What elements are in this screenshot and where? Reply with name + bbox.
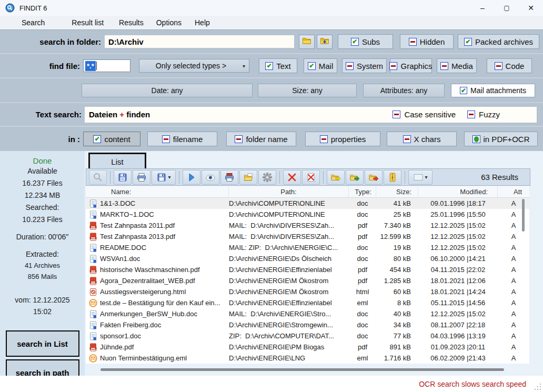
zip-button[interactable] bbox=[384, 170, 401, 185]
minimize-button[interactable]: – bbox=[470, 0, 495, 16]
toolbar-separator bbox=[110, 171, 110, 184]
stats-sidebar: Done Available 16.237 Files 12.234 MB Se… bbox=[0, 151, 85, 376]
search-status: Done bbox=[0, 156, 85, 165]
date-filter-button[interactable]: Date: any bbox=[82, 84, 253, 97]
file-path: D:\Archiv\ENERGIE\LNG bbox=[229, 354, 349, 362]
in-filename-checkbox[interactable]: ✔ filename bbox=[147, 132, 217, 146]
file-type: pdf bbox=[349, 266, 376, 274]
layout-dropdown-button[interactable]: ▾ bbox=[408, 170, 433, 185]
in-properties-label: properties bbox=[331, 135, 366, 144]
tab-list[interactable]: List bbox=[88, 153, 146, 169]
mail-attachments-checkbox[interactable]: ✔ Mail attachments bbox=[451, 84, 535, 97]
menu-results[interactable]: Results bbox=[118, 17, 145, 28]
delete-all-button[interactable] bbox=[302, 170, 320, 185]
file-name: README.DOC bbox=[100, 244, 146, 252]
type-graphics-checkbox[interactable]: ✔ Graphics bbox=[390, 58, 432, 73]
table-row[interactable]: Nuon Terminbestätigung.emlD:\Archiv\ENER… bbox=[86, 353, 529, 364]
export-green-button[interactable] bbox=[346, 170, 364, 185]
save-as-button[interactable]: ▾ bbox=[152, 170, 176, 185]
file-path: D:\Archiv\ENERGIE\Effinzienlabel bbox=[229, 266, 349, 274]
search-button[interactable] bbox=[89, 170, 107, 185]
vertical-scrollbar[interactable] bbox=[522, 199, 525, 232]
type-media-checkbox[interactable]: ✔ Media bbox=[437, 58, 477, 73]
save-button[interactable] bbox=[114, 170, 132, 185]
table-row[interactable]: Anmerkungen_BerSW_Hub.docMAIL: D:\Archiv… bbox=[86, 308, 529, 319]
export-yellow-button[interactable] bbox=[327, 170, 345, 185]
print-button[interactable] bbox=[133, 170, 150, 185]
table-row[interactable]: MARKTO~1.DOCD:\Archiv\COMPUTER\ONLINEdoc… bbox=[86, 209, 529, 220]
type-code-checkbox[interactable]: ✔ Code bbox=[487, 58, 532, 73]
run-button[interactable] bbox=[183, 170, 200, 185]
subs-checkbox[interactable]: ✔ Subs bbox=[338, 34, 393, 49]
table-row[interactable]: WSVAn1.docD:\Archiv\ENERGIE\Ds Ölscheich… bbox=[86, 253, 529, 264]
table-row[interactable]: test.de – Bestätigung für den Kauf ein..… bbox=[86, 297, 529, 308]
column-header-size[interactable]: Size: bbox=[376, 186, 418, 197]
search-folder-input[interactable] bbox=[104, 35, 295, 48]
file-type: pdf bbox=[349, 233, 376, 240]
search-in-label: in : bbox=[0, 135, 80, 144]
browse-folder-button[interactable] bbox=[299, 35, 315, 49]
toolbar-separator bbox=[279, 171, 280, 184]
table-header: Name: Path: Type: Size: Modified: Att bbox=[86, 186, 529, 198]
table-row[interactable]: 1&1-3.DOCD:\Archiv\COMPUTER\ONLINEdoc41 … bbox=[86, 198, 529, 209]
resize-grip[interactable] bbox=[535, 384, 541, 390]
table-row[interactable]: historische Waschmaschinen.pdfD:\Archiv\… bbox=[86, 264, 529, 275]
type-mail-checkbox[interactable]: ✔ Mail bbox=[304, 58, 337, 73]
delete-button[interactable] bbox=[283, 170, 301, 185]
in-x-chars-checkbox[interactable]: ✔ X chars bbox=[387, 132, 457, 146]
table-row[interactable]: README.DOCMAIL: ZIP: D:\Archiv\ENERGIE\C… bbox=[86, 242, 529, 253]
size-filter-button[interactable]: Size: any bbox=[258, 84, 357, 97]
settings-button[interactable] bbox=[258, 170, 276, 185]
packed-archives-checkbox[interactable]: ✔ Packed archives bbox=[458, 34, 539, 49]
add-folder-button[interactable] bbox=[317, 35, 333, 49]
menu-options[interactable]: Options bbox=[155, 17, 183, 28]
available-mb: 12.234 MB bbox=[0, 189, 85, 202]
print-export-button[interactable] bbox=[220, 170, 238, 185]
checkbox-icon: ✔ bbox=[346, 62, 354, 70]
file-modified: 06.10.2000 |14:21 bbox=[418, 255, 498, 263]
hidden-checkbox[interactable]: ✔ Hidden bbox=[400, 34, 454, 49]
type-system-checkbox[interactable]: ✔ System bbox=[342, 58, 387, 73]
menu-search[interactable]: Search bbox=[21, 17, 46, 28]
in-folder-name-checkbox[interactable]: ✔ folder name bbox=[226, 132, 296, 146]
checkbox-icon: ✔ bbox=[495, 62, 502, 70]
fuzzy-checkbox[interactable]: ✔ Fuzzy bbox=[467, 110, 500, 119]
column-header-path[interactable]: Path: bbox=[229, 186, 349, 197]
maximize-button[interactable]: ▢ bbox=[495, 0, 519, 16]
in-pdf-ocr-checkbox[interactable]: ✔ in PDF+OCR bbox=[464, 132, 538, 146]
column-header-name[interactable]: Name: bbox=[86, 186, 229, 197]
table-row[interactable]: Fakten Freiberg.docD:\Archiv\ENERGIE\Str… bbox=[86, 319, 529, 330]
horizontal-scrollbar[interactable] bbox=[100, 368, 504, 371]
table-row[interactable]: Test Zahnpasta 2011.pdfMAIL: D:\Archiv\D… bbox=[86, 220, 529, 231]
close-button[interactable]: ✕ bbox=[519, 0, 543, 16]
case-sensitive-checkbox[interactable]: ✔ Case sensitive bbox=[393, 110, 456, 119]
export-red-button[interactable] bbox=[365, 170, 383, 185]
text-search-input[interactable]: Dateien + finden ✔ Case sensitive ✔ Fuzz… bbox=[85, 107, 537, 123]
file-type: eml bbox=[349, 299, 376, 307]
table-row[interactable]: Ausstiegsversteigerung.htmlD:\Archiv\ENE… bbox=[86, 286, 529, 297]
table-row[interactable]: Agora_Dezentralitaet_WEB.pdfD:\Archiv\EN… bbox=[86, 275, 529, 286]
file-path: MAIL: D:\Archiv\DIVERSES\Zah... bbox=[229, 222, 349, 229]
find-file-input[interactable]: *.* bbox=[83, 59, 130, 72]
column-header-type[interactable]: Type: bbox=[349, 186, 376, 197]
table-row[interactable]: sponsor1.docZIP: D:\Archiv\COMPUTER\DAT.… bbox=[86, 330, 529, 341]
file-types-dropdown[interactable]: Only selected types > ▾ bbox=[139, 59, 249, 73]
table-row[interactable]: Jühnde.pdfD:\Archiv\ENERGIE\PM Biogaspdf… bbox=[86, 341, 529, 353]
open-folder-button[interactable] bbox=[239, 170, 257, 185]
attributes-filter-button[interactable]: Attributes: any bbox=[363, 84, 445, 97]
table-row[interactable]: Test Zahnpasta 2013.pdfMAIL: D:\Archiv\D… bbox=[86, 231, 529, 242]
toolbar-separator bbox=[323, 171, 324, 184]
column-header-attributes[interactable]: Att bbox=[498, 186, 529, 197]
export-yellow-icon bbox=[330, 172, 341, 183]
preview-button[interactable] bbox=[202, 170, 219, 185]
in-content-checkbox[interactable]: ✔ content bbox=[83, 132, 140, 146]
in-properties-checkbox[interactable]: ✔ properties bbox=[305, 132, 380, 146]
column-header-modified[interactable]: Modified: bbox=[418, 186, 498, 197]
menu-result-list[interactable]: Result list bbox=[71, 17, 105, 28]
extracted-archives: 41 Archives bbox=[0, 260, 85, 271]
menu-help[interactable]: Help bbox=[194, 17, 211, 28]
file-modified: 12.12.2025 |15:02 bbox=[418, 222, 498, 229]
find-file-value: *.* bbox=[85, 61, 96, 71]
type-text-checkbox[interactable]: ✔ Text bbox=[259, 58, 297, 73]
search-in-list-button[interactable]: search in List bbox=[6, 330, 79, 357]
